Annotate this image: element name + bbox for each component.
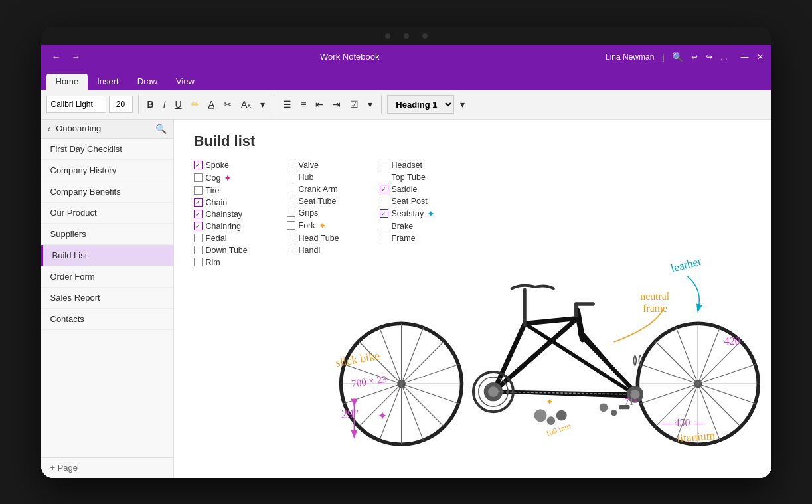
camera-dot-right	[422, 33, 428, 39]
item-hub: Hub	[299, 173, 314, 182]
separator: |	[662, 52, 664, 62]
text-effects-button[interactable]: Ax	[238, 95, 254, 114]
list-item: Pedal	[194, 234, 280, 243]
toolbar-sep-2	[274, 95, 274, 114]
underline-button[interactable]: U	[172, 95, 185, 114]
svg-point-45	[556, 410, 566, 420]
minimize-button[interactable]: —	[741, 52, 749, 62]
checkbox-saddle[interactable]	[380, 185, 388, 193]
list-item: Chainstay	[194, 210, 280, 219]
tab-insert[interactable]: Insert	[88, 74, 128, 90]
sidebar-item-suppliers[interactable]: Suppliers	[41, 224, 173, 245]
sidebar-item-company-history[interactable]: Company History	[41, 160, 173, 181]
list-item: Spoke	[194, 161, 280, 170]
search-icon[interactable]: 🔍	[672, 52, 683, 62]
content-area: Build list Spoke Cog ✦	[174, 120, 771, 478]
tab-home[interactable]: Home	[46, 74, 88, 90]
sidebar-item-our-product[interactable]: Our Product	[41, 203, 173, 224]
heading-dropdown-button[interactable]: ▾	[457, 95, 468, 114]
list-item: Hub	[287, 173, 373, 182]
sidebar: ‹ Onboarding 🔍 First Day Checklist Compa…	[41, 120, 174, 478]
bold-button[interactable]: B	[144, 95, 157, 114]
eraser-button[interactable]: ✂	[220, 95, 235, 114]
back-button[interactable]: ←	[49, 50, 64, 64]
sidebar-search-button[interactable]: 🔍	[155, 124, 167, 134]
checkbox-handlebar[interactable]	[287, 246, 295, 254]
item-headset: Headset	[392, 161, 423, 170]
checkbox-hub[interactable]	[287, 173, 295, 181]
checkbox-seat-tube[interactable]	[287, 197, 295, 205]
sidebar-back-button[interactable]: ‹	[48, 124, 51, 134]
main-layout: ‹ Onboarding 🔍 First Day Checklist Compa…	[41, 120, 771, 478]
checkbox-rim[interactable]	[194, 258, 203, 266]
item-spoke: Spoke	[206, 161, 229, 170]
dropdown-arrow-1[interactable]: ▾	[257, 95, 268, 114]
indent-less-button[interactable]: ⇤	[312, 95, 327, 114]
svg-point-40	[599, 403, 608, 412]
list-item: Headset	[380, 161, 466, 170]
title-bar: ← → Work Notebook Lina Newman | 🔍 ↩ ↪ ..…	[41, 45, 771, 69]
checkbox-valve[interactable]	[287, 161, 295, 169]
list-item: Cog ✦	[194, 173, 280, 183]
forward-button[interactable]: →	[69, 50, 84, 64]
add-page-button[interactable]: + Page	[41, 457, 173, 478]
tab-draw[interactable]: Draw	[128, 74, 167, 90]
checkbox-top-tube[interactable]	[380, 173, 388, 181]
list-item: Valve	[287, 161, 373, 170]
checkbox-head-tube[interactable]	[287, 234, 295, 242]
list-item: Crank Arm	[287, 185, 373, 194]
sidebar-item-build-list[interactable]: Build List	[41, 245, 173, 266]
checkbox-pedal[interactable]	[194, 234, 203, 242]
checkbox-headset[interactable]	[380, 161, 388, 169]
checkbox-grips[interactable]	[287, 209, 295, 217]
font-size-input[interactable]	[109, 96, 133, 113]
sidebar-item-first-day[interactable]: First Day Checklist	[41, 139, 173, 160]
annotation-71: 71°	[624, 396, 637, 406]
annotation-450: — 450 —	[660, 416, 702, 428]
heading-selector[interactable]: Heading 1 Heading 2 Normal	[387, 95, 454, 114]
highlight-button[interactable]: ✏	[188, 95, 203, 114]
checkbox-spoke[interactable]	[194, 161, 203, 169]
checkbox-button[interactable]: ☑	[347, 95, 362, 114]
numbered-list-button[interactable]: ≡	[297, 95, 309, 114]
item-valve: Valve	[299, 161, 319, 170]
sidebar-item-contacts[interactable]: Contacts	[41, 309, 173, 330]
font-color-button[interactable]: A	[205, 95, 218, 114]
svg-point-44	[546, 416, 555, 425]
toolbar-sep-3	[381, 95, 382, 114]
checkbox-fork[interactable]	[287, 221, 295, 230]
sidebar-header: ‹ Onboarding 🔍	[41, 120, 173, 139]
user-name: Lina Newman	[606, 52, 654, 62]
list-dropdown-button[interactable]: ▾	[365, 95, 376, 114]
checkbox-down-tube[interactable]	[194, 246, 203, 254]
bullet-list-button[interactable]: ☰	[280, 95, 295, 114]
sidebar-item-order-form[interactable]: Order Form	[41, 266, 173, 288]
indent-more-button[interactable]: ⇥	[329, 95, 344, 114]
sidebar-item-sales-report[interactable]: Sales Report	[41, 288, 173, 309]
checkbox-chainstay[interactable]	[194, 210, 203, 218]
list-item: Down Tube	[194, 246, 280, 255]
checkbox-tire[interactable]	[194, 186, 203, 195]
svg-point-43	[534, 409, 546, 422]
sidebar-item-company-benefits[interactable]: Company Benefits	[41, 181, 173, 203]
font-name-input[interactable]	[46, 96, 106, 113]
undo-icon[interactable]: ↩	[691, 52, 698, 62]
annotation-420: 420	[724, 335, 740, 346]
italic-button[interactable]: I	[160, 95, 169, 114]
list-item: Tire	[194, 186, 280, 195]
svg-rect-0	[320, 242, 771, 441]
item-cog: Cog	[206, 173, 221, 183]
redo-icon[interactable]: ↪	[706, 52, 712, 62]
checkbox-chainring[interactable]	[194, 222, 203, 230]
item-seat-tube: Seat Tube	[299, 197, 337, 206]
checkbox-seat-post[interactable]	[380, 197, 388, 205]
more-icon[interactable]: ...	[720, 52, 727, 62]
checkbox-chain[interactable]	[194, 198, 203, 207]
tab-view[interactable]: View	[167, 74, 204, 90]
item-seat-post: Seat Post	[392, 197, 428, 206]
checkbox-cog[interactable]	[194, 173, 203, 182]
checkbox-crank-arm[interactable]	[287, 185, 295, 193]
list-item: Chainring	[194, 222, 280, 231]
app-window: ← → Work Notebook Lina Newman | 🔍 ↩ ↪ ..…	[41, 45, 771, 478]
close-button[interactable]: ✕	[757, 52, 764, 62]
